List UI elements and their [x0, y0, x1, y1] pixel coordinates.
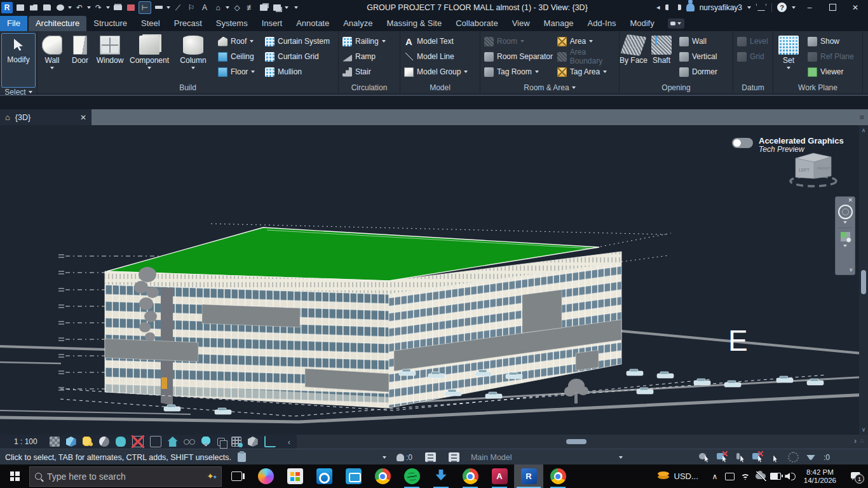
taskbar-outlook[interactable] [309, 464, 339, 488]
user-menu-caret[interactable] [747, 6, 751, 9]
grid-button[interactable]: Grid [733, 49, 768, 64]
component-button[interactable]: Component [126, 34, 172, 80]
search-help-icon[interactable] [665, 4, 681, 10]
select-links-icon[interactable] [699, 452, 709, 463]
user-avatar-icon[interactable] [686, 3, 695, 11]
hidden-icons-chevron[interactable]: ∧ [707, 464, 722, 488]
tab-systems[interactable]: Systems [209, 16, 255, 31]
measure-icon[interactable] [153, 2, 165, 13]
viewcube-left-face[interactable]: LEFT [799, 168, 810, 172]
tab-precast[interactable]: Precast [167, 16, 209, 31]
vertical-opening-button[interactable]: Vertical [675, 49, 717, 64]
taskbar-chrome-2[interactable] [456, 464, 485, 488]
help-icon[interactable]: ? [777, 3, 787, 12]
ceiling-button[interactable]: Ceiling [214, 49, 261, 64]
view-tab-3d[interactable]: ⌂ {3D} ✕ [0, 109, 92, 125]
horizontal-scrollbar[interactable]: › ∴ [297, 435, 868, 449]
tab-architecture[interactable]: Architecture [29, 16, 86, 31]
ramp-button[interactable]: Ramp [339, 49, 386, 64]
active-design-option[interactable]: Main Model [471, 453, 512, 462]
room-separator-button[interactable]: Room Separator [480, 49, 553, 64]
select-pinned-icon[interactable] [735, 452, 745, 463]
select-by-face-icon[interactable] [752, 452, 763, 463]
panel-room-area-label[interactable]: Room & Area [480, 81, 619, 93]
aligned-dimension-icon[interactable]: ⊢ [139, 1, 151, 14]
taskbar-revit-active[interactable]: R [514, 464, 543, 488]
onedrive-paused-icon[interactable] [753, 464, 768, 488]
view-scale-button[interactable]: 1 : 100 [0, 437, 46, 446]
currency-co coins-icon[interactable] [658, 471, 670, 482]
taskbar-store[interactable] [280, 464, 309, 488]
scroll-up-icon[interactable]: ∧ [859, 127, 868, 133]
3d-model-canvas[interactable]: E [0, 125, 868, 435]
viewer-button[interactable]: Viewer [804, 64, 854, 79]
reveal-constraints-icon[interactable] [264, 436, 276, 447]
section-icon[interactable]: ◇ [231, 2, 243, 13]
tab-add-ins[interactable]: Add-Ins [581, 16, 623, 31]
view-bar-collapse-icon[interactable]: ‹ [288, 437, 290, 447]
tab-insert[interactable]: Insert [255, 16, 290, 31]
signed-in-user[interactable]: nursyafikay3 [700, 3, 742, 12]
tab-massing-site[interactable]: Massing & Site [379, 16, 449, 31]
tab-collaborate[interactable]: Collaborate [449, 16, 505, 31]
editable-only-icon[interactable] [397, 454, 404, 461]
scroll-right-icon[interactable]: › [854, 437, 857, 445]
close-inactive-windows-icon[interactable] [258, 2, 269, 13]
wheel-dropdown-caret[interactable] [843, 221, 847, 224]
undo-icon[interactable]: ↶ [74, 2, 85, 13]
design-option-caret[interactable] [619, 456, 623, 459]
vertical-scrollbar[interactable]: ∧ ∨ [859, 125, 868, 435]
taskbar-chrome-1[interactable] [368, 464, 397, 488]
set-work-plane-button[interactable]: Set [773, 34, 804, 80]
drag-on-selection-icon[interactable] [770, 452, 780, 463]
tab-modify[interactable]: Modify [623, 16, 661, 31]
horizontal-scroll-thumb[interactable] [566, 439, 587, 444]
door-button[interactable]: Door [67, 34, 93, 80]
roof-button[interactable]: Roof [214, 34, 261, 49]
screen-cast-icon[interactable] [722, 464, 738, 488]
viewcube-front-face[interactable]: FRONT [817, 166, 831, 170]
switch-windows-caret[interactable] [285, 6, 288, 9]
ribbon-display-options-icon[interactable] [668, 18, 684, 29]
currency-label[interactable]: USD... [674, 471, 698, 481]
taskbar-robot-app[interactable] [339, 464, 368, 488]
zoom-dropdown-caret[interactable] [843, 245, 847, 247]
detail-line-icon[interactable]: ⟋ [172, 2, 184, 13]
wifi-icon[interactable] [738, 464, 753, 488]
close-view-tab-icon[interactable]: ✕ [80, 113, 86, 122]
switch-windows-icon[interactable] [271, 2, 283, 13]
elevation-marker-label[interactable]: E [728, 324, 748, 357]
tab-file[interactable]: File [0, 16, 27, 31]
displacement-sets-icon[interactable] [248, 437, 258, 447]
room-button[interactable]: Room [480, 34, 553, 49]
resize-grip[interactable]: ∴ [860, 440, 867, 446]
model-line-button[interactable]: Model Line [400, 49, 468, 64]
model-text-button[interactable]: AModel Text [400, 34, 468, 49]
drawing-area[interactable]: E Accelerated Graphics Tech Preview LEFT… [0, 125, 868, 435]
selection-filter-icon[interactable] [806, 455, 815, 460]
level-button[interactable]: Level [733, 34, 768, 49]
tab-manage[interactable]: Manage [537, 16, 581, 31]
crop-view-icon[interactable] [132, 436, 144, 447]
sync-dropdown-caret[interactable] [68, 6, 72, 9]
tag-area-button[interactable]: Tag Area [553, 64, 619, 79]
help-menu-caret[interactable] [792, 6, 796, 9]
curtain-grid-button[interactable]: Curtain Grid [261, 49, 330, 64]
taskbar-autocad[interactable]: A [485, 464, 514, 488]
taskbar-chrome-3[interactable] [543, 464, 573, 488]
thin-lines-icon[interactable]: ≢ [245, 2, 256, 13]
shaft-button[interactable]: Shaft [648, 34, 675, 80]
mall-building[interactable] [105, 227, 621, 408]
taskbar-search-input[interactable]: Type here to search ✦✦ [29, 466, 222, 487]
taskbar-copilot[interactable] [251, 464, 280, 488]
save-icon[interactable] [41, 2, 53, 13]
minimize-button[interactable]: – [801, 1, 818, 15]
default-3d-view-icon[interactable]: ⌂ [212, 2, 224, 13]
curtain-system-button[interactable]: Curtain System [261, 34, 330, 49]
start-button[interactable] [0, 464, 29, 488]
measure-dropdown-caret[interactable] [166, 6, 170, 9]
lock-3d-view-icon[interactable] [168, 437, 178, 447]
temporary-view-properties-icon[interactable] [217, 438, 225, 446]
tab-structure[interactable]: Structure [86, 16, 134, 31]
show-work-plane-button[interactable]: Show [804, 34, 854, 49]
